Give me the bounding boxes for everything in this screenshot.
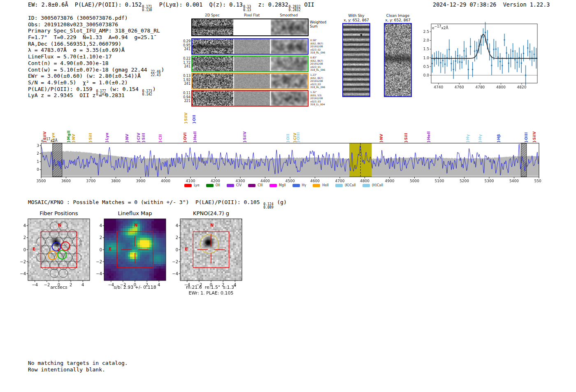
- clean-image-panel: [384, 23, 412, 97]
- elixer-detection-report: EW: 2.8±0.6Å P(LAE)/P(OII): 0.1520.1710.…: [0, 0, 576, 392]
- cutout-strip-image: [234, 74, 270, 88]
- emission-line-label: }SiII: [404, 133, 408, 143]
- fiber-positions-title: Fiber Positions: [39, 210, 78, 216]
- legend-swatch: [184, 184, 192, 187]
- with-sky-image: [343, 24, 369, 96]
- kpno-caption-1: m:21.6 re:1.5" s:1.3": [186, 285, 236, 290]
- cutout-strip-image: [192, 56, 233, 71]
- legend-label: CIII: [258, 183, 263, 187]
- clean-image: [385, 24, 411, 96]
- emission-line-label: }OIII: [296, 132, 300, 143]
- footer-line: No matching targets in catalog.: [28, 360, 128, 366]
- emission-line-label: }NV: [379, 134, 383, 143]
- cutout-strip-image: [192, 19, 233, 35]
- emission-line-label: }OII: [192, 115, 196, 124]
- timestamp: 2024-12-29 07:38:26: [433, 1, 496, 8]
- strip-weight-labels: 0.221.72241: [181, 57, 190, 69]
- catalog-footer: No matching targets in catalog.Row inten…: [28, 360, 128, 373]
- cutout-strip-row: [191, 38, 309, 55]
- lineflux-caption: s/b: 2.93 +/- 0.118: [114, 285, 156, 290]
- kpno-title: KPNO(24.7) g: [193, 210, 229, 216]
- cutout-strip-image: [271, 19, 308, 35]
- info-line: Cont(w) = 5.10(±0.07)e-18 (gmag 22.44 22…: [28, 67, 164, 73]
- emission-line-label: }Hγ: [478, 134, 482, 143]
- info-line: λ = 4783.07Å σ = 3.35(±0.69)Å: [28, 47, 164, 53]
- emission-line-label: }SiIV: [532, 131, 537, 143]
- emission-line-label: }Hγ: [466, 134, 470, 143]
- with-sky-title: With Sky: [348, 14, 364, 18]
- lineflux-map-panel: [93, 217, 171, 286]
- cutout-strip-image: [192, 91, 233, 106]
- fiber-positions-panel: [16, 217, 95, 286]
- cutout-strip-image: [234, 56, 270, 71]
- legend-item: Hγ: [293, 183, 307, 187]
- info-line: RA,Dec (166.569351,52.060799): [28, 41, 164, 47]
- cutout-strip-image: [192, 39, 233, 54]
- legend-item: CIV: [227, 183, 242, 187]
- detection-info-block: ID: 3005073876 (3005073876.pdf)Obs: 2019…: [28, 15, 164, 99]
- legend-item: OII: [206, 183, 220, 187]
- emission-line-label: }HeII: [193, 131, 197, 143]
- emission-line-label: }SiII: [142, 133, 146, 143]
- emission-line-label: }CIV: [137, 132, 141, 143]
- info-line: Primary Spec_Slot_IFU_AMP: 318_026_078_R…: [28, 28, 164, 34]
- header-summary: EW: 2.8±0.6Å P(LAE)/P(OII): 0.1520.1710.…: [28, 1, 314, 12]
- cutout-strip-row: [191, 19, 309, 36]
- legend-label: Lyα: [194, 183, 200, 187]
- legend-item: (K)CaII: [335, 183, 356, 187]
- cutout-strip-image: [271, 56, 308, 71]
- info-line: ID: 3005073876 (3005073876.pdf): [28, 15, 164, 21]
- emission-line-label: }SiIV: [243, 131, 247, 143]
- mosaic-match-line: MOSAIC/KPNO : Possible Matches = 0 (with…: [28, 199, 287, 209]
- lineflux-map-title: Lineflux Map: [118, 210, 152, 216]
- emission-line-label: }OIII: [524, 132, 528, 143]
- with-sky-coords: x, y: 652, 867: [344, 18, 369, 22]
- emission-line-label: }OII: [286, 134, 290, 143]
- cutout-strip-image: [271, 91, 308, 106]
- kpno-caption-2: EWr: 1. PLAE: 0.105: [188, 290, 233, 296]
- info-line: S/N = 4.9(±0.5) χ² = 1.0(±0.2): [28, 79, 164, 86]
- legend-swatch: [293, 184, 300, 187]
- kpno-panel: [169, 217, 247, 286]
- footer-line: Row intentionally blank.: [28, 366, 128, 373]
- line-fit-plot: [420, 21, 541, 91]
- cutout-strip-image: [192, 74, 233, 88]
- with-sky-panel: [342, 23, 370, 97]
- info-line: Cont(n) = 4.90(±0.30)e-18: [28, 60, 164, 67]
- legend-item: (H)CaII: [362, 183, 383, 187]
- full-spectrum-plot: [33, 142, 541, 183]
- cutout-strip-image: [234, 39, 270, 54]
- legend-swatch: [269, 184, 277, 187]
- cutout-col-header: 2D Spec: [205, 13, 219, 17]
- emission-line-label: }MgII: [67, 130, 71, 143]
- info-line: F=1.7" T=0.229 N̄=1.33 A=0.94 g=25.1̄: [28, 34, 164, 41]
- cutout-strip-image: [271, 39, 308, 54]
- legend-item: MgII: [269, 183, 286, 187]
- legend-label: (K)CaII: [345, 183, 356, 187]
- line-fit-unit-label: e−17x2Å: [432, 25, 448, 30]
- emission-line-label: }SiII: [88, 133, 93, 143]
- cutout-strip-image: [234, 91, 270, 106]
- info-line: LineFlux = 5.70(±1.10)e-17: [28, 53, 164, 60]
- version-label: Version 1.22.3: [503, 1, 550, 8]
- legend-swatch: [313, 184, 320, 187]
- info-line: Obs: 20191208v023_3005073876: [28, 21, 164, 28]
- legend-item: Lyα: [184, 183, 200, 187]
- spectrum-legend: LyαOIICIVCIIIMgIIHγHeII(K)CaII(H)CaII: [184, 183, 383, 187]
- info-line: P(LAE)/P(OII): 0.159 0.1770.143 (w: 0.15…: [28, 86, 164, 93]
- legend-label: HeII: [322, 183, 329, 187]
- emission-line-label: }Lyα: [105, 132, 109, 143]
- fiber-xlabel: arcsecs: [50, 285, 67, 290]
- cutout-strip-row: [191, 56, 309, 72]
- cutout-strip-image: [234, 19, 270, 35]
- legend-label: CIV: [236, 183, 242, 187]
- clean-image-title: Clean Image: [386, 14, 410, 18]
- emission-line-label: }CII: [158, 134, 163, 143]
- strip-id-labels: 1.23"(652, 867)20191208v023_03318_RL_096: [310, 73, 330, 89]
- weighted-sum-label: WeightedSum: [310, 21, 326, 28]
- strip-weight-labels: 0.110.94221: [181, 91, 190, 103]
- legend-swatch: [362, 184, 370, 187]
- strip-weight-labels: 0.131.92241: [181, 74, 190, 86]
- emission-line-label: }Hβ: [497, 134, 501, 143]
- cutout-col-header: Pixel Flat: [244, 13, 260, 17]
